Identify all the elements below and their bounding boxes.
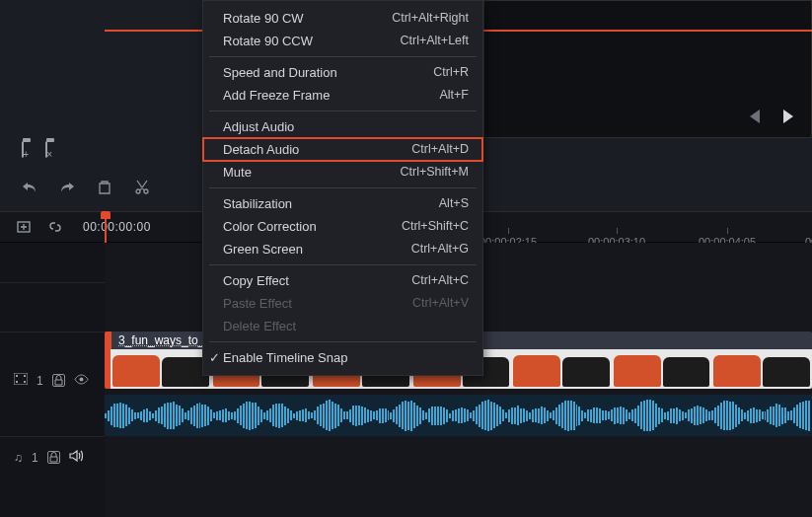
- menu-color-correction[interactable]: Color CorrectionCtrl+Shift+C: [203, 215, 482, 238]
- eye-icon[interactable]: [74, 374, 89, 388]
- menu-mute[interactable]: MuteCtrl+Shift+M: [203, 161, 482, 184]
- check-icon: ✓: [209, 350, 220, 365]
- remove-folder-button[interactable]: ×: [45, 142, 47, 157]
- lock-icon[interactable]: [52, 374, 65, 387]
- play-icon[interactable]: [783, 110, 793, 123]
- audio-clip[interactable]: [105, 395, 812, 436]
- preview-panel: [483, 0, 812, 138]
- menu-rotate-ccw[interactable]: Rotate 90 CCWCtrl+Alt+Left: [203, 30, 482, 52]
- svg-point-6: [79, 377, 83, 381]
- cut-button[interactable]: [134, 180, 150, 195]
- undo-button[interactable]: [22, 180, 37, 195]
- menu-delete-effect: Delete Effect: [203, 315, 482, 337]
- menu-paste-effect: Paste EffectCtrl+Alt+V: [203, 292, 482, 315]
- video-track-header[interactable]: 1: [14, 373, 89, 388]
- delete-button[interactable]: [97, 180, 112, 195]
- menu-green-screen[interactable]: Green ScreenCtrl+Alt+G: [203, 238, 482, 260]
- menu-speed-duration[interactable]: Speed and DurationCtrl+R: [203, 61, 482, 84]
- track-gutter: 1 ♫ 1: [0, 243, 105, 517]
- svg-rect-2: [16, 375, 18, 377]
- lock-icon[interactable]: [47, 451, 60, 464]
- add-marker-button[interactable]: [16, 219, 32, 235]
- toolbar: [22, 180, 150, 195]
- menu-stabilization[interactable]: StabilizationAlt+S: [203, 192, 482, 215]
- menu-add-freeze-frame[interactable]: Add Freeze FrameAlt+F: [203, 84, 482, 107]
- menu-detach-audio[interactable]: Detach AudioCtrl+Alt+D: [203, 138, 482, 161]
- svg-rect-4: [24, 375, 26, 377]
- svg-rect-1: [14, 373, 28, 385]
- menu-adjust-audio[interactable]: Adjust Audio: [203, 115, 482, 138]
- clip-context-menu: Rotate 90 CWCtrl+Alt+Right Rotate 90 CCW…: [202, 0, 483, 376]
- menu-copy-effect[interactable]: Copy EffectCtrl+Alt+C: [203, 269, 482, 292]
- prev-frame-icon[interactable]: [750, 110, 760, 123]
- music-note-icon: ♫: [14, 451, 23, 465]
- redo-button[interactable]: [59, 180, 75, 195]
- svg-rect-5: [24, 381, 26, 383]
- audio-track-label: 1: [32, 451, 38, 465]
- svg-rect-3: [16, 381, 18, 383]
- menu-enable-timeline-snap[interactable]: ✓ Enable Timeline Snap: [203, 346, 482, 369]
- speaker-icon[interactable]: [69, 450, 83, 465]
- menu-rotate-cw[interactable]: Rotate 90 CWCtrl+Alt+Right: [203, 7, 482, 30]
- audio-track-header[interactable]: ♫ 1: [14, 450, 83, 465]
- link-button[interactable]: [47, 219, 63, 235]
- video-track-icon: [14, 373, 28, 388]
- add-folder-button[interactable]: +: [22, 142, 24, 157]
- video-track-label: 1: [37, 374, 43, 388]
